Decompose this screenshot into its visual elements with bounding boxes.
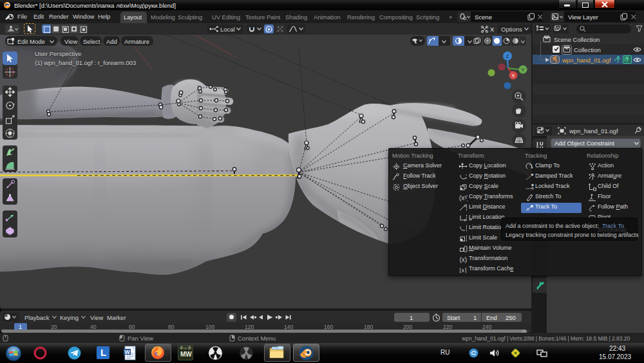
svg-text:0:5: 0:5 (624, 57, 627, 59)
svg-text:X: X (511, 73, 515, 79)
svg-text:(x³): (x³) (459, 194, 468, 201)
svg-text:W: W (125, 349, 131, 355)
svg-text:Z: Z (506, 53, 509, 59)
svg-text:Y: Y (521, 67, 525, 73)
svg-text:(x): (x) (460, 256, 468, 263)
svg-text:⌊x⌉: ⌊x⌉ (459, 267, 467, 274)
